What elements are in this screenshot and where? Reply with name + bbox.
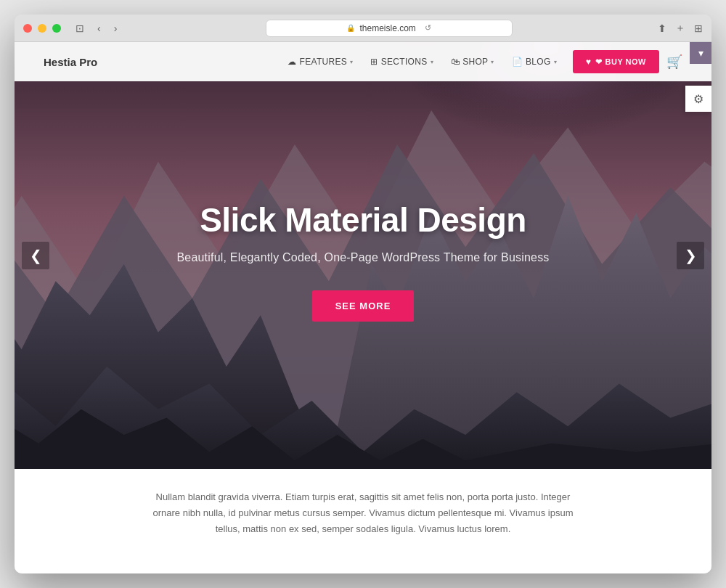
chevron-down-icon: ▾ <box>350 59 353 65</box>
nav-label-sections: SECTIONS <box>381 57 428 67</box>
nav-label-blog: BLOG <box>526 57 551 67</box>
shop-icon: 🛍 <box>451 57 460 67</box>
titlebar-right: ⬆ ＋ ⊞ <box>658 22 703 35</box>
hero-subtitle: Beautiful, Elegantly Coded, One-Page Wor… <box>176 251 549 264</box>
url-text: themeisle.com <box>359 23 415 33</box>
content-section: Nullam blandit gravida viverra. Etiam tu… <box>15 469 711 573</box>
forward-button[interactable]: › <box>111 21 121 36</box>
cloud-icon: ☁ <box>287 57 296 67</box>
new-tab-icon[interactable]: ＋ <box>675 22 685 35</box>
see-more-button[interactable]: SEE MORE <box>312 290 415 322</box>
left-arrow-icon: ❮ <box>30 247 42 264</box>
back-button[interactable]: ‹ <box>94 21 104 36</box>
traffic-lights <box>23 24 61 33</box>
extensions-icon[interactable]: ⊞ <box>694 23 703 34</box>
right-arrow-icon: ❯ <box>685 247 697 264</box>
chevron-down-icon-2: ▾ <box>431 59 433 65</box>
lock-icon: 🔒 <box>346 24 355 32</box>
sidebar-toggle-icon[interactable]: ⊡ <box>73 21 87 36</box>
nav-item-features[interactable]: ☁ FEATURES ▾ <box>280 52 360 71</box>
cart-button[interactable]: 🛒 <box>666 54 682 70</box>
nav-item-blog[interactable]: 📄 BLOG ▾ <box>505 52 564 71</box>
dropdown-toggle[interactable]: ▾ <box>690 42 711 64</box>
nav-label-features: FEATURES <box>300 57 348 67</box>
navigation-controls: ⊡ ‹ › <box>73 21 120 36</box>
address-bar-wrap: 🔒 themeisle.com ↺ <box>120 20 658 37</box>
heart-icon: ♥ <box>586 57 592 67</box>
gear-icon: ⚙ <box>693 92 703 106</box>
nav-item-sections[interactable]: ⊞ SECTIONS ▾ <box>363 52 440 71</box>
hero-title: Slick Material Design <box>200 200 526 240</box>
maximize-button[interactable] <box>52 24 61 33</box>
chevron-down-icon-3: ▾ <box>491 59 494 65</box>
prev-arrow-button[interactable]: ❮ <box>22 242 49 269</box>
buy-now-button[interactable]: ♥ ❤ BUY NOW <box>573 50 659 73</box>
share-icon[interactable]: ⬆ <box>658 23 666 34</box>
page-layout: Hestia Pro ☁ FEATURES ▾ ⊞ SECTIONS ▾ <box>15 42 711 573</box>
chevron-down-icon-main: ▾ <box>698 47 703 59</box>
reload-icon[interactable]: ↺ <box>425 23 431 33</box>
grid-icon: ⊞ <box>370 57 378 67</box>
buy-now-label: ❤ BUY NOW <box>595 57 646 67</box>
nav-item-shop[interactable]: 🛍 SHOP ▾ <box>444 52 502 71</box>
blog-icon: 📄 <box>512 57 523 67</box>
minimize-button[interactable] <box>38 24 46 33</box>
site-nav: Hestia Pro ☁ FEATURES ▾ ⊞ SECTIONS ▾ <box>15 42 711 81</box>
mac-window: ⊡ ‹ › 🔒 themeisle.com ↺ ⬆ ＋ ⊞ <box>15 15 711 573</box>
next-arrow-button[interactable]: ❯ <box>677 242 704 269</box>
close-button[interactable] <box>23 24 32 33</box>
settings-button[interactable]: ⚙ <box>685 86 711 112</box>
browser-content: Hestia Pro ☁ FEATURES ▾ ⊞ SECTIONS ▾ <box>15 42 711 573</box>
address-bar[interactable]: 🔒 themeisle.com ↺ <box>266 20 513 37</box>
hero-content: Slick Material Design Beautiful, Elegant… <box>15 42 711 469</box>
nav-links: ☁ FEATURES ▾ ⊞ SECTIONS ▾ 🛍 SHOP ▾ <box>280 52 564 71</box>
chevron-down-icon-4: ▾ <box>554 59 557 65</box>
titlebar: ⊡ ‹ › 🔒 themeisle.com ↺ ⬆ ＋ ⊞ <box>15 15 711 42</box>
below-fold-text: Nullam blandit gravida viverra. Etiam tu… <box>145 489 581 537</box>
hero-section: Hestia Pro ☁ FEATURES ▾ ⊞ SECTIONS ▾ <box>15 42 711 469</box>
site-logo: Hestia Pro <box>44 56 97 68</box>
nav-label-shop: SHOP <box>462 57 488 67</box>
